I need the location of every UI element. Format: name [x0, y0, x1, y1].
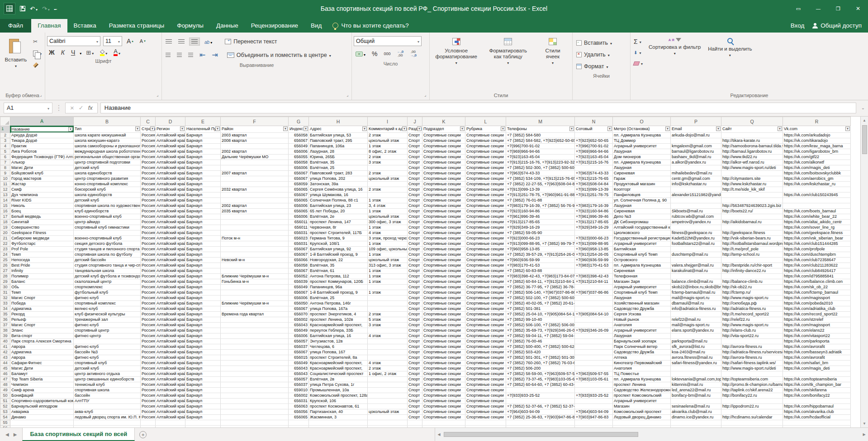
cell[interactable]: Спортивные секции [465, 360, 506, 366]
cell[interactable]: Барнаул [185, 235, 221, 241]
cell[interactable]: 1 этаж [368, 279, 408, 284]
cell[interactable]: секция детского футбола [74, 241, 141, 246]
cell[interactable] [10, 420, 74, 425]
cell[interactable]: http://hcdinamo.su/calendar [721, 414, 783, 420]
cell[interactable]: спортивная школа по футболу [74, 252, 141, 257]
row-header[interactable]: 12 [0, 187, 10, 192]
cell[interactable]: Барнаул [185, 143, 221, 149]
cell[interactable] [721, 371, 783, 376]
row-header[interactable]: 40 [0, 338, 10, 344]
cell[interactable] [575, 317, 613, 322]
cell[interactable]: Спорт [408, 170, 422, 176]
cell[interactable]: 1 этаж [368, 208, 408, 214]
cell[interactable]: Спортивные секции [465, 241, 506, 246]
cell[interactable] [185, 420, 221, 425]
cell[interactable]: Взлётная, 35 [309, 263, 368, 268]
format-as-table-button[interactable]: Форматировать как таблицу [483, 34, 533, 87]
cell[interactable] [74, 420, 141, 425]
cell[interactable]: Алтайский край [156, 225, 185, 230]
cell[interactable]: Барнаул [185, 398, 221, 403]
cell[interactable]: Барнаул [185, 371, 221, 376]
cell[interactable]: детский бассейн [74, 257, 141, 263]
column-header-B[interactable]: B [74, 117, 141, 126]
cell[interactable]: Барнаул [185, 241, 221, 246]
cell[interactable]: Спортивные секции [422, 371, 465, 376]
row-header[interactable]: 1 [0, 126, 10, 133]
cell[interactable]: 656006 [289, 165, 309, 170]
cell[interactable]: Спортивные секции [465, 414, 506, 420]
cell[interactable]: Алтайский край [156, 317, 185, 322]
cell[interactable]: Спорт [408, 306, 422, 311]
cell[interactable]: фитнес-клуб [74, 355, 141, 360]
cell[interactable]: Павловский тракт, 283 [309, 170, 368, 176]
cell[interactable] [671, 333, 721, 338]
cell[interactable] [368, 165, 408, 170]
cell[interactable]: Сибирские медведи [10, 235, 74, 241]
cell[interactable]: sesinaelena@mail.ru [671, 403, 721, 409]
cell[interactable]: Барнаул [185, 160, 221, 165]
cell[interactable]: http://www.kskzhastar.ru [721, 181, 783, 187]
cell[interactable] [221, 214, 289, 219]
cell[interactable]: Алтайский край [156, 268, 185, 273]
cell[interactable]: проспект Коммунаров, 120Б [309, 279, 368, 284]
cell[interactable]: 656006 [289, 295, 309, 300]
cell[interactable]: Спортивные секции [422, 235, 465, 241]
cell[interactable]: Садоводство Дружба [613, 349, 671, 355]
cell[interactable]: https://vk.com/sover_line_rg [783, 225, 851, 230]
cell[interactable]: Спортивные секции [465, 219, 506, 225]
cell[interactable]: +7(983)179-16-39 [575, 203, 613, 208]
cell[interactable]: центр спортивного развития [74, 176, 141, 181]
cell[interactable]: +7(964)603-94-09 [506, 409, 575, 414]
cell[interactable]: Алтайский край [156, 376, 185, 382]
cell[interactable]: Спортивные секции [422, 154, 465, 160]
field-header-cell[interactable]: Название▼ [10, 126, 74, 133]
cell[interactable] [221, 230, 289, 235]
cell[interactable]: Парк спорта Алексея Смертина [10, 338, 74, 344]
align-center-button[interactable] [175, 52, 184, 59]
qat-customize-button[interactable] [54, 5, 57, 12]
cell[interactable]: Спорт [408, 230, 422, 235]
cell[interactable]: Спорт [408, 355, 422, 360]
insert-cells-button[interactable]: Вставить [574, 38, 628, 48]
cell[interactable]: parksporta@mail.ru [671, 338, 721, 344]
cell[interactable]: Спортивные секции [465, 268, 506, 273]
cell[interactable]: +7 (3852) 35-69-73, +7(929)346-26-09 [506, 328, 575, 333]
cell[interactable] [721, 225, 783, 230]
row-header[interactable]: 51 [0, 398, 10, 403]
cell[interactable]: http://скпобеда.рф [721, 300, 783, 306]
cell[interactable]: Спортивные секции [422, 279, 465, 284]
cell[interactable]: Россия [141, 149, 156, 154]
cell[interactable]: +7(996)700-91-02 [575, 143, 613, 149]
cell[interactable]: Россия [141, 322, 156, 328]
cell[interactable]: Жастар [10, 181, 74, 187]
cell[interactable]: +7 (3852) 52-37-66, +7 (3852) 52-37-65 [506, 403, 575, 409]
cell[interactable]: https://vk.com/magissport [783, 295, 851, 300]
cell[interactable]: 656058 [289, 160, 309, 165]
cell[interactable] [368, 344, 408, 349]
cell[interactable]: karakulinat@mail.ru [671, 268, 721, 273]
cell[interactable] [368, 295, 408, 300]
cell[interactable]: http://vita-sport22.ru [721, 333, 783, 338]
cell[interactable]: +7(960)936-59-99 [506, 257, 575, 263]
cell[interactable]: Спорт [408, 322, 422, 328]
cell[interactable]: 656015 [289, 355, 309, 360]
cell[interactable]: Взлётная, 25 [309, 165, 368, 170]
borders-button[interactable] [84, 49, 95, 56]
sheet-nav-right-icon[interactable]: ▶ [14, 432, 17, 437]
cell[interactable]: Барнаул [185, 355, 221, 360]
cell[interactable]: детский клуб [74, 165, 141, 170]
share-button[interactable]: Общий доступ [812, 22, 862, 29]
cell[interactable]: теннисный клуб [74, 382, 141, 387]
filter-icon[interactable]: ▼ [417, 127, 422, 131]
row-header[interactable]: 30 [0, 284, 10, 290]
cell[interactable]: 656067 [289, 246, 309, 252]
cell[interactable]: Барнаул [185, 165, 221, 170]
cell[interactable] [783, 420, 851, 425]
cell[interactable] [575, 420, 613, 425]
cell[interactable]: военно-спортивный клуб [74, 214, 141, 219]
cell[interactable]: 656056 [289, 409, 309, 414]
cell[interactable]: Алтайский край [156, 414, 185, 420]
cell[interactable]: Спортивные секции [422, 344, 465, 349]
cell[interactable]: Россия [141, 279, 156, 284]
cell[interactable]: Алтайский край [156, 279, 185, 284]
